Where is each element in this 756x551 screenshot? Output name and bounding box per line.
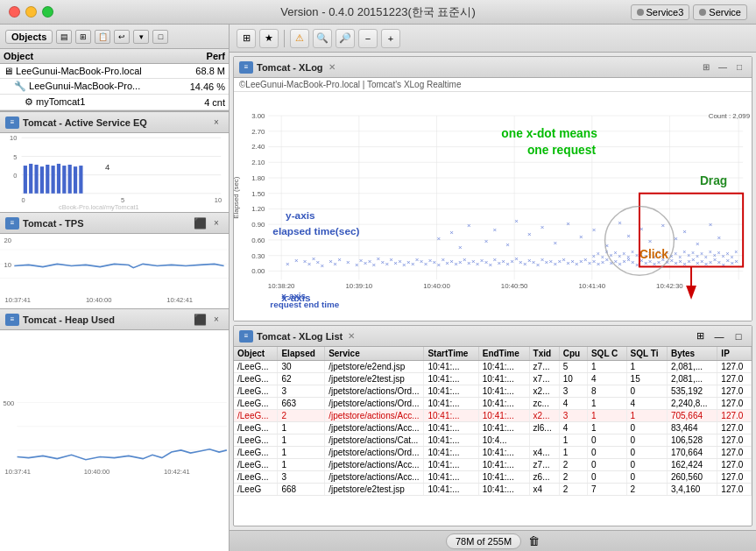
table-cell: /LeeG... (234, 447, 278, 459)
svg-rect-12 (34, 165, 38, 194)
table-cell: x4 (529, 484, 559, 496)
table-row[interactable]: /LeeG...62/jpetstore/e2test.jsp10:41:...… (234, 373, 752, 385)
table-cell: 2 (559, 484, 587, 496)
xlog-list-min[interactable]: — (711, 329, 727, 343)
svg-text:×: × (713, 252, 717, 258)
toolbar-icon-plus[interactable]: + (381, 29, 400, 48)
heap-green-icon[interactable]: ⬛ (194, 314, 207, 326)
table-row[interactable]: /LeeG...663/jpetstore/actions/Ord...10:4… (234, 398, 752, 410)
table-cell: 4 (626, 398, 667, 410)
svg-rect-17 (62, 166, 66, 194)
toolbar-icon-warn[interactable]: ⚠ (290, 29, 309, 48)
xlog-list-buttons: ⊞ — □ (692, 329, 746, 343)
table-row[interactable]: ⚙ myTomcat1 4 cnt (0, 95, 229, 110)
icon-btn-1[interactable]: ▤ (56, 30, 72, 44)
trash-icon[interactable]: 🗑 (528, 534, 540, 547)
table-cell: 2 (559, 459, 587, 471)
table-row[interactable]: /LeeG...3/jpetstore/actions/Ord...10:41:… (234, 385, 752, 398)
perf-cell: 4 cnt (177, 95, 229, 110)
svg-text:×: × (514, 217, 519, 225)
toolbar-icon-1[interactable]: ⊞ (237, 29, 256, 48)
svg-text:×: × (674, 251, 677, 257)
svg-text:0: 0 (13, 172, 17, 180)
svg-text:Click: Click (639, 248, 668, 261)
heap-btn[interactable]: × (209, 314, 223, 326)
table-cell: 10:41:... (478, 459, 529, 471)
table-cell: 10:41:... (424, 484, 478, 496)
close-button[interactable] (9, 6, 20, 18)
xlog-list-table: ObjectElapsedServiceStartTimeEndTimeTxid… (234, 347, 752, 496)
table-cell: 2,081,... (667, 373, 717, 385)
minimize-button[interactable] (25, 6, 37, 18)
svg-text:10:40:50: 10:40:50 (501, 282, 528, 290)
service-tab[interactable]: Service (693, 4, 747, 20)
svg-text:10:40:00: 10:40:00 (84, 468, 110, 476)
table-row[interactable]: /LeeG...2/jpetstore/actions/Acc...10:41:… (234, 410, 752, 422)
memory-display: 78M of 255M (446, 533, 521, 549)
table-cell: 10:41:... (424, 471, 478, 484)
table-cell: 127.0 (717, 410, 752, 422)
xlog-btn2[interactable]: — (716, 61, 730, 74)
table-row[interactable]: /LeeG...3/jpetstore/actions/Acc...10:41:… (234, 471, 752, 484)
toolbar-icon-2[interactable]: ★ (259, 29, 279, 48)
table-cell: 127.0 (717, 398, 752, 410)
xlog-btn1[interactable]: ⊞ (699, 61, 713, 74)
table-row[interactable]: 🖥 LeeGunui-MacBook-Pro.local 68.8 M (0, 64, 229, 79)
xlog-list-copy[interactable]: ⊞ (692, 329, 708, 343)
table-cell: 1 (587, 361, 626, 373)
table-row[interactable]: /LeeG668/jpetstore/e2test.jsp10:41:...10… (234, 484, 752, 496)
table-cell: 10:41:... (424, 410, 478, 422)
svg-text:×: × (631, 249, 634, 255)
svg-text:one x-dot means: one x-dot means (501, 127, 597, 140)
table-cell: /LeeG... (234, 385, 278, 398)
table-row[interactable]: /LeeG...30/jpetstore/e2end.jsp10:41:...1… (234, 361, 752, 373)
table-row[interactable]: /LeeG...1/jpetstore/actions/Ord...10:41:… (234, 447, 752, 459)
toolbar-icon-search1[interactable]: 🔍 (313, 29, 332, 48)
icon-btn-4[interactable]: ↩ (114, 30, 130, 44)
icon-btn-5[interactable]: ▾ (133, 30, 149, 44)
left-panel: Objects ▤ ⊞ 📋 ↩ ▾ □ Object Perf 🖥 LeeGun… (0, 25, 230, 551)
xlog-btn3[interactable]: □ (732, 61, 746, 74)
col-header: Cpu (559, 347, 587, 361)
table-cell: 668 (278, 484, 325, 496)
col-perf: Perf (177, 49, 229, 64)
svg-rect-19 (74, 166, 77, 194)
table-cell: 4 (559, 398, 587, 410)
xlog-chart[interactable]: 3.00 2.70 2.40 2.10 1.80 1.50 1.20 0.90 … (234, 92, 752, 321)
table-row[interactable]: /LeeG...1/jpetstore/actions/Cat...10:41:… (234, 434, 752, 447)
table-cell: 2,240,8... (667, 398, 717, 410)
table-cell: 1 (587, 422, 626, 434)
active-service-btn1[interactable]: × (209, 117, 223, 129)
xlog-list-close-btn[interactable]: □ (731, 329, 746, 343)
active-service-title: Tomcat - Active Service EQ (23, 117, 147, 128)
toolbar-icon-search2[interactable]: 🔎 (336, 29, 355, 48)
table-row[interactable]: 🔧 LeeGunui-MacBook-Pro... 14.46 % (0, 79, 229, 95)
objects-table: Object Perf 🖥 LeeGunui-MacBook-Pro.local… (0, 49, 229, 110)
table-cell: 1 (587, 410, 626, 422)
table-cell: 170,664 (667, 447, 717, 459)
svg-text:×: × (613, 250, 617, 256)
table-cell: /jpetstore/e2end.jsp (325, 361, 424, 373)
icon-btn-3[interactable]: 📋 (95, 30, 110, 44)
maximize-button[interactable] (42, 6, 53, 18)
table-row[interactable]: /LeeG...1/jpetstore/actions/Acc...10:41:… (234, 459, 752, 471)
xlog-list-table-scroll[interactable]: ObjectElapsedServiceStartTimeEndTimeTxid… (234, 347, 752, 526)
table-cell: 2,081,... (667, 361, 717, 373)
table-cell: 1 (587, 398, 626, 410)
service3-tab[interactable]: Service3 (631, 4, 690, 20)
table-cell: 5 (559, 361, 587, 373)
toolbar-icon-minus[interactable]: − (358, 29, 378, 48)
svg-text:×: × (541, 223, 545, 231)
tps-green-icon[interactable]: ⬛ (194, 217, 207, 230)
icon-btn-6[interactable]: □ (152, 30, 168, 44)
active-service-icons: × (209, 117, 223, 129)
table-row[interactable]: /LeeG...1/jpetstore/actions/Acc...10:41:… (234, 422, 752, 434)
tps-btn[interactable]: × (209, 217, 223, 230)
svg-text:×: × (505, 241, 510, 249)
table-cell: z6... (529, 471, 559, 484)
icon-btn-2[interactable]: ⊞ (75, 30, 91, 44)
objects-button[interactable]: Objects (5, 30, 53, 44)
tps-title: Tomcat - TPS (23, 218, 83, 229)
heap-header: ≡ Tomcat - Heap Used ⬛ × (0, 309, 229, 330)
heap-section: ≡ Tomcat - Heap Used ⬛ × 500 (0, 308, 229, 551)
